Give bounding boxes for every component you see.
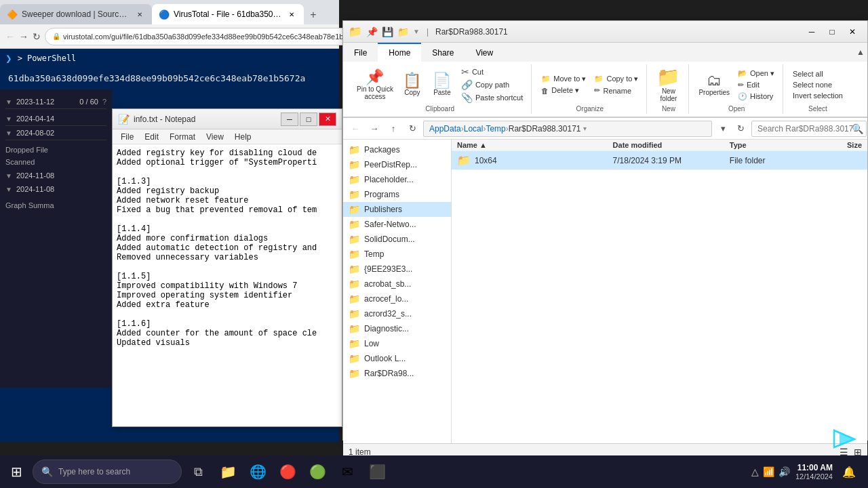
explorer-search-input[interactable] bbox=[751, 121, 867, 137]
copy-path-button[interactable]: 🔗 Copy path bbox=[458, 79, 526, 91]
path-part-1[interactable]: AppData bbox=[429, 124, 461, 134]
new-tab-button[interactable]: + bbox=[304, 5, 323, 24]
new-folder-button[interactable]: 📁 Newfolder bbox=[654, 66, 683, 104]
explorer-minimize[interactable]: ─ bbox=[802, 24, 821, 40]
sidebar-folder-icon-temp: 📁 bbox=[349, 249, 360, 260]
refresh-button[interactable]: ↻ bbox=[33, 28, 41, 45]
path-dropdown[interactable]: ▾ bbox=[583, 125, 587, 132]
tray-expand-icon[interactable]: △ bbox=[751, 466, 759, 477]
sidebar-item-low[interactable]: 📁 Low bbox=[343, 336, 451, 351]
explorer-path[interactable]: AppData › Local › Temp › Rar$DRa988.3017… bbox=[423, 121, 712, 137]
terminal-button[interactable]: ⬛ bbox=[363, 458, 391, 485]
notepad-menu-file[interactable]: File bbox=[115, 131, 139, 143]
table-row[interactable]: 📁 10x64 7/18/2024 3:19 PM File folder bbox=[452, 151, 867, 170]
select-all-button[interactable]: Select all bbox=[790, 69, 846, 79]
open-button[interactable]: 📂 Open ▾ bbox=[735, 68, 777, 79]
tab-sweeper[interactable]: 🔶 Sweeper download | SourceForg... ✕ bbox=[0, 4, 152, 24]
properties-icon: 🗂 bbox=[707, 73, 722, 88]
sidebar-item-diagnostic[interactable]: 📁 Diagnostic... bbox=[343, 321, 451, 336]
notepad-content[interactable]: Added registry key for disabling cloud d… bbox=[113, 144, 342, 426]
copy-button[interactable]: 📋 Copy bbox=[399, 72, 426, 98]
taskbar-search[interactable]: 🔍 Type here to search bbox=[33, 460, 182, 484]
notepad-maximize[interactable]: □ bbox=[300, 113, 317, 126]
sidebar-item-programs[interactable]: 📁 Programs bbox=[343, 187, 451, 202]
addr-reload[interactable]: ↻ bbox=[732, 121, 749, 137]
tab-close-1[interactable]: ✕ bbox=[134, 9, 145, 20]
sidebar-item-acrord32[interactable]: 📁 acrord32_s... bbox=[343, 306, 451, 321]
sidebar-item-temp[interactable]: 📁 Temp bbox=[343, 247, 451, 262]
rename-button[interactable]: ✏ Rename bbox=[591, 85, 641, 96]
timeline-item-4[interactable]: ▼ 2024-11-08 bbox=[5, 169, 106, 182]
sidebar-item-publishers[interactable]: 📁 Publishers bbox=[343, 202, 451, 217]
start-button[interactable]: ⊞ bbox=[3, 458, 30, 485]
mail-button[interactable]: ✉ bbox=[334, 458, 361, 485]
col-type[interactable]: Type bbox=[730, 141, 808, 149]
notepad-close[interactable]: ✕ bbox=[319, 113, 336, 126]
tab-close-2[interactable]: ✕ bbox=[286, 9, 297, 20]
back-button[interactable]: ← bbox=[5, 28, 15, 45]
notepad-minimize[interactable]: ─ bbox=[281, 113, 298, 126]
sidebar-item-packages[interactable]: 📁 Packages bbox=[343, 142, 451, 157]
timeline-item-1[interactable]: ▼ 2023-11-12 0 / 60 ? bbox=[5, 95, 106, 109]
explorer-close[interactable]: ✕ bbox=[843, 24, 862, 40]
col-date[interactable]: Date modified bbox=[613, 141, 730, 149]
sidebar-item-acrocef[interactable]: 📁 acrocef_lo... bbox=[343, 291, 451, 306]
path-part-3[interactable]: Temp bbox=[486, 124, 505, 134]
paste-shortcut-button[interactable]: 📎 Paste shortcut bbox=[458, 92, 526, 104]
sidebar-item-soliddoc[interactable]: 📁 SolidDocum... bbox=[343, 232, 451, 247]
sidebar-item-acrobat[interactable]: 📁 acrobat_sb... bbox=[343, 277, 451, 291]
ribbon-collapse[interactable]: ▲ bbox=[856, 47, 865, 57]
addr-dropdown[interactable]: ▾ bbox=[715, 121, 731, 137]
timeline-item-3[interactable]: ▼ 2024-08-02 bbox=[5, 126, 106, 140]
edge-button[interactable]: 🌐 bbox=[244, 458, 271, 485]
explorer-forward[interactable]: → bbox=[366, 121, 382, 137]
ribbon-tab-home[interactable]: Home bbox=[378, 43, 421, 62]
explorer-refresh[interactable]: ↻ bbox=[404, 121, 420, 137]
edit-button[interactable]: ✏ Edit bbox=[735, 80, 777, 90]
sidebar-item-rarsdra[interactable]: 📁 Rar$DRa98... bbox=[343, 366, 451, 381]
explorer-up[interactable]: ↑ bbox=[385, 121, 401, 137]
ribbon-tab-share[interactable]: Share bbox=[421, 43, 465, 62]
tab-virustotal[interactable]: 🔵 VirusTotal - File - 61dba350a638... ✕ bbox=[152, 4, 304, 24]
sidebar-item-placeholder[interactable]: 📁 Placeholder... bbox=[343, 172, 451, 187]
pin-label: Pin to Quickaccess bbox=[357, 85, 393, 100]
col-name[interactable]: Name ▲ bbox=[457, 141, 613, 149]
notepad-menu-view[interactable]: View bbox=[201, 131, 229, 143]
invert-selection-button[interactable]: Invert selection bbox=[790, 91, 846, 100]
timeline-item-5[interactable]: ▼ 2024-11-08 bbox=[5, 182, 106, 196]
explorer-back[interactable]: ← bbox=[347, 121, 363, 137]
move-to-button[interactable]: 📁 Move to ▾ bbox=[538, 74, 589, 84]
paste-button[interactable]: 📄 Paste bbox=[429, 72, 456, 98]
notepad-menu-edit[interactable]: Edit bbox=[139, 131, 164, 143]
path-part-2[interactable]: Local bbox=[464, 124, 484, 134]
select-none-button[interactable]: Select none bbox=[790, 80, 846, 89]
firefox-button[interactable]: 🔴 bbox=[274, 458, 301, 485]
forward-button[interactable]: → bbox=[19, 28, 28, 45]
sidebar-label-publishers: Publishers bbox=[364, 205, 402, 214]
history-button[interactable]: 🕐 History bbox=[735, 92, 777, 102]
system-clock[interactable]: 11:00 AM 12/14/2024 bbox=[795, 463, 833, 481]
address-input[interactable]: 🔒 virustotal.com/gui/file/61dba350a638d0… bbox=[45, 28, 372, 45]
timeline-item-2[interactable]: ▼ 2024-04-14 bbox=[5, 112, 106, 126]
sidebar-item-9ee[interactable]: 📁 {9EE293E3... bbox=[343, 262, 451, 277]
tray-volume-icon[interactable]: 🔊 bbox=[778, 466, 790, 477]
task-view-button[interactable]: ⧉ bbox=[184, 458, 212, 485]
file-explorer-button[interactable]: 📁 bbox=[214, 458, 241, 485]
delete-button[interactable]: 🗑 Delete ▾ bbox=[538, 85, 589, 96]
notepad-menu-format[interactable]: Format bbox=[164, 131, 201, 143]
notepad-menu-help[interactable]: Help bbox=[229, 131, 257, 143]
copy-to-button[interactable]: 📁 Copy to ▾ bbox=[591, 74, 641, 84]
properties-button[interactable]: 🗂 Properties bbox=[696, 72, 732, 98]
col-size[interactable]: Size bbox=[808, 141, 862, 149]
sidebar-item-peerdist[interactable]: 📁 PeerDistRep... bbox=[343, 157, 451, 172]
chrome-button[interactable]: 🟢 bbox=[304, 458, 331, 485]
tray-network-icon[interactable]: 📶 bbox=[763, 466, 774, 477]
ribbon-tab-file[interactable]: File bbox=[343, 43, 378, 62]
notification-button[interactable]: 🔔 bbox=[838, 461, 860, 483]
ribbon-tab-view[interactable]: View bbox=[465, 43, 504, 62]
cut-button[interactable]: ✂ Cut bbox=[458, 66, 526, 78]
sidebar-item-outlook[interactable]: 📁 Outlook L... bbox=[343, 351, 451, 366]
explorer-maximize[interactable]: □ bbox=[823, 24, 842, 40]
sidebar-item-safer[interactable]: 📁 Safer-Netwo... bbox=[343, 217, 451, 232]
pin-to-quick-access-button[interactable]: 📌 Pin to Quickaccess bbox=[354, 68, 396, 102]
